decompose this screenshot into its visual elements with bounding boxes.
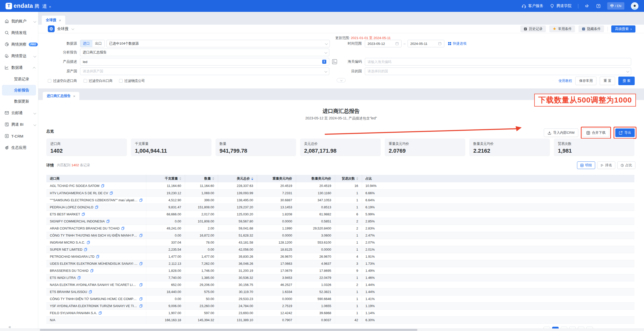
- view-share-button[interactable]: 占比: [617, 161, 635, 169]
- tutorial-link[interactable]: 使用教程: [558, 79, 572, 83]
- sort-icon[interactable]: [356, 177, 358, 180]
- copy-icon[interactable]: [139, 262, 142, 265]
- table-row[interactable]: ARAB CONTRACTORS BRANCHE DU TCHAD49,241.…: [46, 225, 634, 232]
- history-button[interactable]: 历史记录: [520, 25, 546, 32]
- copy-icon[interactable]: [139, 234, 142, 237]
- language-switch[interactable]: 中 / EN: [607, 2, 624, 10]
- date-from-input[interactable]: 2023-05-12: [365, 40, 402, 47]
- copy-icon[interactable]: [90, 269, 93, 272]
- table-row[interactable]: N/A166,163.18145,394.32131,389.100.79070…: [46, 316, 634, 323]
- table-row[interactable]: SUPER NET LIMITED2,235.540.0042,056.0018…: [46, 246, 634, 253]
- filter-logistics-checkbox[interactable]: 过滤物流公司: [119, 79, 145, 83]
- import-toggle[interactable]: 进口: [80, 40, 92, 47]
- destination-country-select[interactable]: 请选择目的国: [365, 68, 631, 75]
- copy-icon[interactable]: [139, 304, 142, 308]
- collapse-filters-button[interactable]: [337, 78, 346, 82]
- table-row[interactable]: SIGNIFY COMMERCIAL INDONESIA0.00101,808.…: [46, 218, 634, 225]
- copy-icon[interactable]: [139, 198, 142, 202]
- sidebar-item-data-hub[interactable]: 数据通: [0, 62, 38, 73]
- copy-icon[interactable]: [96, 255, 99, 258]
- table-row[interactable]: PEDRAJA LOPEZ GONZALO9,831.47151,808.001…: [46, 204, 634, 211]
- sidebar-item-my-account[interactable]: 我的账户: [0, 15, 38, 27]
- copy-icon[interactable]: [139, 283, 142, 286]
- sort-icon[interactable]: [179, 177, 181, 180]
- search-button[interactable]: 搜 索: [618, 77, 635, 85]
- export-toggle[interactable]: 出口: [92, 40, 104, 47]
- table-row[interactable]: ETS WADI LITRA7,740.001,385.0030,536.323…: [46, 274, 634, 281]
- close-icon[interactable]: ×: [73, 94, 76, 98]
- view-rank-button[interactable]: 排名: [597, 161, 615, 169]
- copy-icon[interactable]: [99, 311, 102, 315]
- copy-icon[interactable]: [82, 213, 85, 216]
- hs-code-input[interactable]: [368, 60, 628, 64]
- fullscreen-icon[interactable]: [596, 4, 601, 8]
- table-row[interactable]: CÔNG TY TNHH THƯƠNG MẠI DỊCH VỤ ĐIỆN MẠN…: [46, 232, 634, 239]
- hide-conditions-button[interactable]: 隐藏条件: [579, 25, 604, 32]
- tendata-academy-link[interactable]: 腾道学院: [550, 4, 571, 8]
- sidebar-item-trade-records[interactable]: 贸易记录: [2, 74, 36, 84]
- user-avatar[interactable]: [631, 2, 638, 10]
- table-row[interactable]: UDES ELEKTRIK ELEKTRONIK MÜHENDISLIK SAN…: [46, 260, 634, 267]
- table-row[interactable]: FEILO SYLVANIA PANAMA S.A.1,907.00597.00…: [46, 309, 634, 316]
- copy-icon[interactable]: [84, 248, 87, 251]
- chevron-down-icon[interactable]: [71, 27, 74, 30]
- advanced-search-button[interactable]: 高级搜索 ›: [611, 25, 635, 32]
- view-detail-button[interactable]: 明细: [577, 161, 595, 169]
- horizontal-scrollbar[interactable]: [0, 328, 644, 331]
- reset-button[interactable]: 重 置: [600, 77, 615, 85]
- export-button[interactable]: 导出: [615, 128, 635, 137]
- megaphone-icon[interactable]: [585, 4, 590, 8]
- column-header[interactable]: 数量: [185, 175, 218, 182]
- import-to-crm-button[interactable]: 导入内部CRM: [544, 128, 578, 137]
- table-row[interactable]: YSF AYDINLATMA ELEKTRONIK TURIZM SANAYI …: [46, 302, 634, 309]
- table-row[interactable]: AGL TCHAD P/C SOGEA SATOM11,164.6011,164…: [46, 182, 634, 189]
- table-row[interactable]: HTV LATINOAMERICA S DE RL DE CV19,230.12…: [46, 189, 634, 196]
- column-header[interactable]: 贸易次数: [335, 175, 362, 182]
- copy-icon[interactable]: [101, 184, 104, 187]
- column-header[interactable]: 千克重量: [146, 175, 185, 182]
- copy-icon[interactable]: [110, 191, 113, 195]
- tab-global-search[interactable]: 全球搜 ×: [42, 16, 65, 25]
- copy-icon[interactable]: [106, 220, 110, 223]
- report-type-select[interactable]: 进口商汇总报告: [80, 49, 329, 56]
- copy-icon[interactable]: [87, 241, 90, 244]
- column-header[interactable]: 美元总价: [218, 175, 257, 182]
- sidebar-item-data-update[interactable]: 数据更新: [2, 96, 36, 107]
- table-row[interactable]: CÔNG TY TNHH ĐIỆN TỬ SAMSUNG HCMC CE COM…: [46, 295, 634, 302]
- sidebar-item-eco-apps[interactable]: 生态应用: [0, 142, 38, 153]
- table-row[interactable]: PETROCHAD MANGARA LTD1,477.001,477.0039,…: [46, 253, 634, 260]
- sidebar-item-biz-discovery[interactable]: 商情发现: [0, 27, 38, 39]
- save-conditions-button[interactable]: 保存常用: [575, 77, 596, 85]
- table-row[interactable]: BRASSERIES DU TCHAD1,828.001,746.0031,20…: [46, 267, 634, 274]
- data-source-select[interactable]: 已选中104个数据源: [106, 40, 330, 47]
- copy-icon[interactable]: [139, 297, 142, 301]
- copy-icon[interactable]: [121, 227, 124, 230]
- table-row[interactable]: """SAMSUNG ELECTRONICS UZBEKISTAN"" mas`…: [46, 196, 634, 204]
- sort-icon[interactable]: [212, 177, 214, 180]
- table-row[interactable]: ETS BRAHIM SALISSOU18,440.00575.0030,119…: [46, 288, 634, 295]
- copy-icon[interactable]: [89, 290, 92, 293]
- copy-icon[interactable]: [95, 206, 98, 209]
- copy-icon[interactable]: [78, 276, 81, 279]
- close-icon[interactable]: ×: [59, 18, 61, 22]
- table-row[interactable]: ETS BEST MARKET68,666.002,017.00125,030.…: [46, 211, 634, 218]
- scrollbar-thumb[interactable]: [40, 329, 417, 331]
- table-row[interactable]: INGRAM MICRO S.A.C.337.0478.0043,181.581…: [46, 239, 634, 246]
- origin-country-select[interactable]: 请选择原产国: [80, 68, 329, 75]
- product-desc-input[interactable]: [83, 60, 322, 64]
- sidebar-item-t-crm[interactable]: T-CRM: [0, 130, 38, 142]
- filter-blank-exporter-checkbox[interactable]: 过滤空白出口商: [84, 79, 113, 83]
- sidebar-item-analysis-report[interactable]: 分析报告: [2, 85, 36, 95]
- tab-importer-summary-report[interactable]: 进口商汇总报告 ×: [43, 92, 79, 100]
- merge-download-button[interactable]: 合并下载: [583, 128, 609, 137]
- favorite-conditions-button[interactable]: 常用条件: [549, 25, 575, 32]
- sidebar-item-tendata-bi[interactable]: BI腾道 BI: [0, 119, 38, 130]
- filter-blank-importer-checkbox[interactable]: 过滤空白进口商: [48, 79, 77, 83]
- sidebar-item-cloud-mail[interactable]: 云邮通: [0, 107, 38, 119]
- quick-options-link[interactable]: 快捷选项: [448, 41, 467, 46]
- sort-icon[interactable]: [251, 177, 253, 180]
- sidebar-item-biz-radar[interactable]: 商情雷达: [0, 50, 38, 62]
- table-row[interactable]: NASA ELEKTRIK AYDINLATMA SANAYI VE TICAR…: [46, 281, 634, 288]
- date-to-input[interactable]: 2024-05-11: [408, 40, 444, 47]
- translate-icon[interactable]: [322, 59, 327, 64]
